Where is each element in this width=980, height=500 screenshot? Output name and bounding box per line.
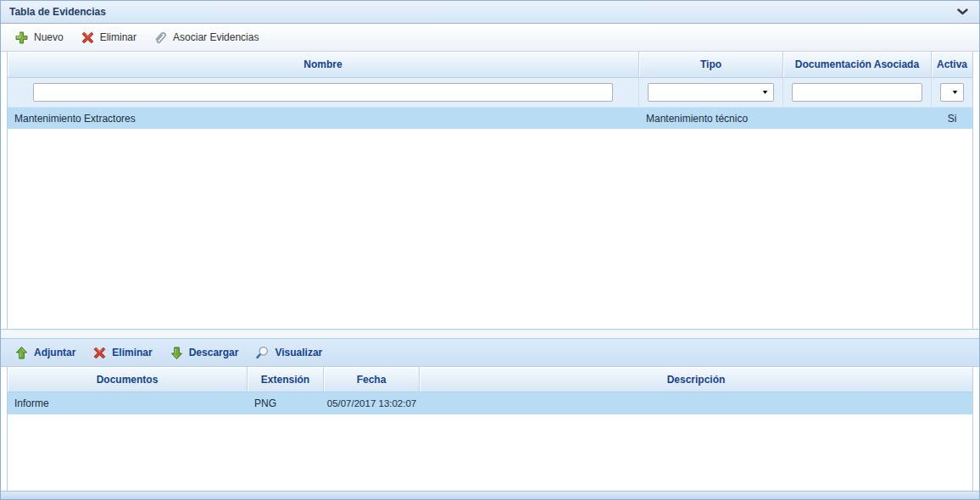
cell-extension: PNG (248, 392, 324, 414)
column-header-extension[interactable]: Extensión (248, 367, 324, 392)
cell-nombre: Mantenimiento Extractores (8, 108, 639, 129)
visualizar-button[interactable]: Visualizar (252, 343, 329, 363)
column-header-documentos[interactable]: Documentos (8, 367, 248, 392)
arrow-up-icon (14, 346, 29, 360)
chevron-down-icon (957, 8, 968, 15)
arrow-down-icon (170, 346, 184, 360)
eliminar-evidencia-label: Eliminar (100, 31, 136, 43)
cell-documento: Informe (8, 392, 248, 414)
descargar-button[interactable]: Descargar (166, 343, 246, 363)
column-header-documentacion[interactable]: Documentación Asociada (783, 52, 932, 78)
nuevo-label: Nuevo (34, 31, 64, 43)
filter-cell-nombre (8, 78, 639, 107)
paperclip-icon (153, 31, 168, 45)
evidencia-row-selected[interactable]: Mantenimiento Extractores Mantenimiento … (8, 107, 972, 129)
delete-icon (92, 346, 107, 360)
cell-fecha: 05/07/2017 13:02:07 (324, 392, 420, 414)
filter-cell-documentacion (783, 78, 932, 107)
evidencias-section: Nuevo Eliminar Asociar Evidencias (1, 24, 979, 330)
adjuntar-button[interactable]: Adjuntar (11, 343, 82, 363)
magnifier-icon (255, 346, 270, 360)
evidencias-filter-row: ▼ ▼ (8, 78, 972, 107)
tipo-filter-select[interactable] (648, 83, 774, 102)
evidencias-grid-empty-area (8, 129, 972, 329)
documentos-toolbar: Adjuntar Eliminar Descar (1, 339, 979, 367)
visualizar-label: Visualizar (275, 347, 322, 358)
evidencias-header-row: Nombre Tipo Documentación Asociada Activ… (8, 52, 972, 78)
asociar-evidencias-label: Asociar Evidencias (173, 31, 259, 43)
cell-tipo: Mantenimiento técnico (639, 108, 783, 129)
eliminar-documento-button[interactable]: Eliminar (89, 343, 159, 363)
documentos-section: Adjuntar Eliminar Descar (1, 338, 979, 499)
documentacion-filter-input[interactable] (792, 83, 922, 102)
nuevo-button[interactable]: Nuevo (11, 28, 70, 47)
cell-documentacion (783, 108, 932, 129)
collapse-panel-button[interactable] (955, 6, 969, 18)
evidencias-grid: Nombre Tipo Documentación Asociada Activ… (7, 52, 973, 329)
panel-titlebar: Tabla de Evidencias (1, 1, 979, 24)
eliminar-evidencia-button[interactable]: Eliminar (77, 28, 143, 47)
filter-cell-tipo: ▼ (639, 78, 783, 107)
filter-cell-activa: ▼ (932, 78, 972, 107)
documentos-grid-empty-area (8, 414, 972, 491)
documentos-header-row: Documentos Extensión Fecha Descripción (8, 367, 972, 392)
panel-separator (1, 330, 979, 338)
column-header-activa[interactable]: Activa (932, 52, 972, 78)
nombre-filter-input[interactable] (33, 83, 613, 102)
column-header-tipo[interactable]: Tipo (639, 52, 783, 78)
cell-descripcion (420, 392, 972, 414)
column-header-nombre[interactable]: Nombre (8, 52, 639, 78)
documentos-grid: Documentos Extensión Fecha Descripción I… (7, 367, 973, 491)
descargar-label: Descargar (189, 347, 239, 358)
delete-icon (81, 31, 95, 45)
cell-activa: Si (932, 108, 972, 129)
plus-icon (14, 31, 29, 45)
asociar-evidencias-button[interactable]: Asociar Evidencias (150, 28, 265, 47)
panel-title: Tabla de Evidencias (9, 6, 955, 18)
documento-row-selected[interactable]: Informe PNG 05/07/2017 13:02:07 (8, 392, 972, 414)
activa-filter-select[interactable] (940, 83, 964, 102)
column-header-fecha[interactable]: Fecha (324, 367, 420, 392)
eliminar-documento-label: Eliminar (112, 347, 152, 358)
column-header-descripcion[interactable]: Descripción (420, 367, 972, 392)
adjuntar-label: Adjuntar (34, 347, 75, 358)
evidencias-toolbar: Nuevo Eliminar Asociar Evidencias (1, 24, 979, 52)
evidencias-window: Tabla de Evidencias Nuevo (0, 0, 980, 500)
panel-footer (1, 491, 979, 499)
